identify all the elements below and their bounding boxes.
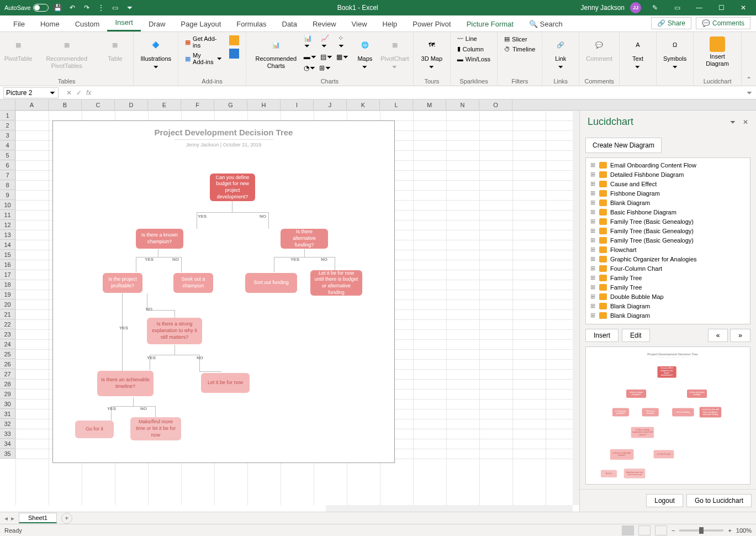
zoom-level[interactable]: 100%	[736, 527, 752, 534]
row-header[interactable]: 32	[0, 419, 15, 429]
row-header[interactable]: 35	[0, 449, 15, 459]
row-header[interactable]: 23	[0, 329, 15, 339]
sparkline-line-button[interactable]: 〰 Line	[455, 34, 493, 43]
tab-home[interactable]: Home	[33, 17, 67, 31]
tree-item[interactable]: ⊞Basic Fishbone Diagram	[588, 207, 748, 217]
sparkline-winloss-button[interactable]: ▬ Win/Loss	[455, 55, 493, 64]
tree-item[interactable]: ⊞Blank Diagram	[588, 301, 748, 311]
row-header[interactable]: 22	[0, 319, 15, 329]
column-header[interactable]: H	[247, 99, 281, 110]
user-name[interactable]: Jenny Jackson	[581, 4, 625, 12]
tab-review[interactable]: Review	[305, 17, 344, 31]
tab-custom[interactable]: Custom	[67, 17, 108, 31]
my-addins-button[interactable]: ▦ My Add-ins ⏷	[183, 51, 225, 66]
recommended-charts-button[interactable]: 📊Recommended Charts	[251, 34, 302, 72]
tab-insert[interactable]: Insert	[107, 15, 141, 31]
tree-item[interactable]: ⊞Blank Diagram	[588, 311, 748, 320]
collapse-ribbon-icon[interactable]: ⌃	[742, 73, 756, 86]
qat-dropdown-icon[interactable]: ⏷	[125, 3, 135, 13]
logout-button[interactable]: Logout	[646, 494, 683, 507]
tree-item[interactable]: ⊞Double Bubble Map	[588, 292, 748, 301]
row-header[interactable]: 30	[0, 399, 15, 409]
column-header[interactable]: B	[49, 99, 82, 110]
timeline-button[interactable]: ⏱ Timeline	[502, 45, 537, 54]
row-header[interactable]: 8	[0, 180, 15, 190]
tree-item[interactable]: ⊞Cause and Effect	[588, 179, 748, 188]
page-layout-view-button[interactable]	[638, 526, 651, 535]
stats-icon[interactable]: ⊞⏷	[319, 64, 331, 72]
column-header[interactable]: M	[413, 99, 446, 110]
qat-icon[interactable]: ⋮	[96, 3, 106, 13]
toggle-off-icon[interactable]	[33, 4, 49, 12]
combo-icon[interactable]: ▦⏷	[336, 53, 349, 61]
formula-input[interactable]	[96, 92, 743, 94]
row-header[interactable]: 14	[0, 240, 15, 250]
column-header[interactable]: A	[15, 99, 49, 110]
row-header[interactable]: 10	[0, 200, 15, 210]
row-header[interactable]: 2	[0, 120, 15, 130]
column-header[interactable]: E	[148, 99, 181, 110]
autosave-toggle[interactable]: AutoSave	[4, 4, 49, 12]
search-box[interactable]: 🔍 Search	[521, 17, 570, 31]
diagram-tree[interactable]: ⊞Email Onboarding Content Flow⊞Detailed …	[585, 157, 750, 324]
column-header[interactable]: N	[446, 99, 479, 110]
row-header[interactable]: 28	[0, 379, 15, 389]
zoom-in-button[interactable]: +	[728, 527, 731, 534]
normal-view-button[interactable]	[622, 526, 634, 535]
row-header[interactable]: 20	[0, 299, 15, 309]
tab-data[interactable]: Data	[274, 17, 305, 31]
comment-button[interactable]: 💬Comment	[584, 34, 615, 65]
sheet-tab-sheet1[interactable]: Sheet1	[19, 513, 57, 523]
row-header[interactable]: 33	[0, 429, 15, 439]
select-all-button[interactable]	[0, 99, 15, 110]
symbols-button[interactable]: ΩSymbols⏷	[661, 34, 689, 73]
pie-icon[interactable]: ◔⏷	[304, 64, 316, 72]
tree-item[interactable]: ⊞Flowchart	[588, 245, 748, 254]
flowchart-image[interactable]: Project Development Decision Tree Jenny …	[52, 120, 395, 463]
get-addins-button[interactable]: ▦ Get Add-ins	[183, 34, 225, 50]
add-sheet-button[interactable]: +	[61, 513, 72, 524]
row-header[interactable]: 19	[0, 290, 15, 299]
tree-item[interactable]: ⊞Family Tree (Basic Genealogy)	[588, 226, 748, 235]
maximize-icon[interactable]: ☐	[713, 2, 729, 13]
spreadsheet-grid[interactable]: 1234567891011121314151617181920212223242…	[0, 111, 579, 512]
column-header[interactable]: D	[115, 99, 148, 110]
row-header[interactable]: 15	[0, 250, 15, 260]
tree-item[interactable]: ⊞Family Tree (Basic Genealogy)	[588, 235, 748, 245]
hierarchy-icon[interactable]: ▤⏷	[320, 53, 333, 61]
row-header[interactable]: 6	[0, 160, 15, 170]
comments-button[interactable]: 💬 Comments	[696, 17, 750, 29]
bing-addin-button[interactable]	[227, 34, 241, 46]
vertical-scrollbar[interactable]	[573, 111, 579, 505]
zoom-slider[interactable]	[679, 529, 723, 532]
expand-formula-icon[interactable]: ⏷	[743, 89, 756, 97]
row-header[interactable]: 16	[0, 260, 15, 270]
row-header[interactable]: 12	[0, 220, 15, 230]
chevron-down-icon[interactable]: ⏷	[49, 89, 56, 97]
table-button[interactable]: ▦Table	[101, 34, 129, 65]
tree-item[interactable]: ⊞Blank Diagram	[588, 198, 748, 207]
tree-item[interactable]: ⊞Fishbone Diagram	[588, 188, 748, 198]
page-break-view-button[interactable]	[655, 526, 667, 535]
pivottable-button[interactable]: ▦PivotTable	[4, 34, 32, 65]
slicer-button[interactable]: ▤ Slicer	[502, 34, 537, 44]
row-header[interactable]: 9	[0, 190, 15, 200]
tree-item[interactable]: ⊞Family Tree	[588, 273, 748, 282]
next-sheet-icon[interactable]: ▸	[11, 514, 14, 522]
zoom-out-button[interactable]: −	[672, 527, 675, 534]
people-addin-button[interactable]	[227, 48, 241, 60]
recommended-pivot-button[interactable]: ▦Recommended PivotTables	[34, 34, 99, 72]
row-header[interactable]: 1	[0, 111, 15, 120]
column-header[interactable]: O	[479, 99, 512, 110]
tree-item[interactable]: ⊞Four-Column Chart	[588, 264, 748, 273]
row-header[interactable]: 21	[0, 309, 15, 319]
insert-diagram-button[interactable]: Insert Diagram	[698, 34, 737, 70]
redo-icon[interactable]: ↷	[82, 3, 92, 13]
ribbon-mode-icon[interactable]: ▭	[669, 2, 685, 13]
column-header[interactable]: G	[214, 99, 247, 110]
row-header[interactable]: 7	[0, 170, 15, 180]
column-header[interactable]: K	[347, 99, 380, 110]
column-header[interactable]: I	[281, 99, 314, 110]
edit-button[interactable]: Edit	[622, 329, 650, 342]
tree-item[interactable]: ⊞Graphic Organizer for Analogies	[588, 254, 748, 264]
